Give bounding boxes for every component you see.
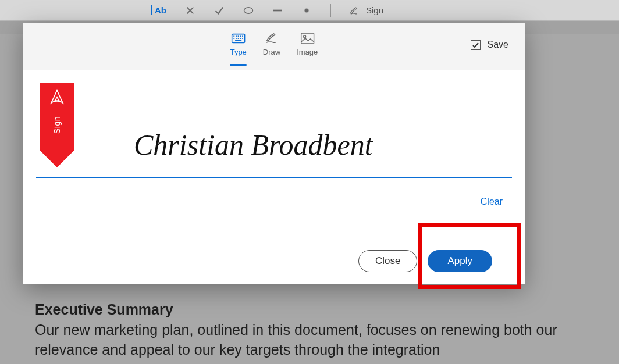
circle-tool[interactable] [243, 5, 254, 16]
tab-label: Type [230, 48, 247, 56]
tab-image[interactable]: Image [297, 33, 318, 61]
tab-label: Image [297, 48, 318, 56]
svg-rect-15 [235, 40, 241, 41]
tab-type[interactable]: Type [230, 33, 247, 61]
image-icon [300, 33, 314, 44]
checkbox-icon [471, 40, 481, 50]
svg-rect-14 [242, 38, 243, 39]
signature-canvas: Sign Christian Broadbent Clear [23, 70, 525, 238]
line-tool[interactable] [272, 5, 283, 16]
save-checkbox-area[interactable]: Save [471, 40, 508, 50]
keyboard-icon [232, 33, 246, 44]
acrobat-icon [47, 88, 67, 108]
sign-label: Sign [366, 5, 383, 15]
sign-ribbon: Sign [40, 83, 74, 167]
clear-button[interactable]: Clear [481, 197, 503, 207]
svg-rect-16 [301, 33, 314, 44]
svg-rect-11 [236, 38, 237, 39]
tab-draw[interactable]: Draw [263, 33, 280, 61]
svg-rect-13 [240, 38, 241, 39]
ribbon-label: Sign [52, 116, 62, 134]
dot-tool[interactable] [301, 5, 312, 16]
apply-button[interactable]: Apply [428, 250, 492, 272]
svg-rect-5 [233, 35, 234, 37]
pen-icon [350, 5, 360, 16]
draw-icon [265, 33, 279, 44]
save-label: Save [488, 40, 508, 50]
svg-rect-7 [238, 35, 239, 37]
signature-line [36, 177, 512, 178]
svg-rect-8 [240, 35, 241, 37]
svg-rect-9 [242, 35, 243, 37]
cross-mark-tool[interactable] [185, 5, 195, 16]
signature-dialog: Type Draw I [23, 23, 525, 284]
text-tool[interactable]: Ab [151, 5, 166, 15]
close-button[interactable]: Close [358, 250, 417, 272]
separator [330, 4, 331, 17]
sign-menu[interactable]: Sign [350, 5, 383, 16]
svg-rect-10 [233, 38, 234, 39]
svg-rect-6 [236, 35, 237, 37]
tab-label: Draw [263, 48, 280, 56]
svg-rect-12 [238, 38, 239, 39]
svg-point-2 [304, 8, 308, 12]
svg-point-17 [303, 35, 305, 38]
dialog-footer: Close Apply [23, 238, 525, 284]
fill-sign-toolbar: Ab Sign [0, 0, 619, 21]
check-mark-tool[interactable] [214, 5, 225, 16]
svg-point-0 [244, 7, 253, 13]
document-heading: Executive Summary [35, 301, 584, 318]
dialog-header: Type Draw I [23, 23, 525, 70]
signature-text[interactable]: Christian Broadbent [134, 128, 373, 162]
document-paragraph: Our new marketing plan, outlined in this… [35, 320, 584, 360]
signature-tabs: Type Draw I [230, 33, 318, 61]
